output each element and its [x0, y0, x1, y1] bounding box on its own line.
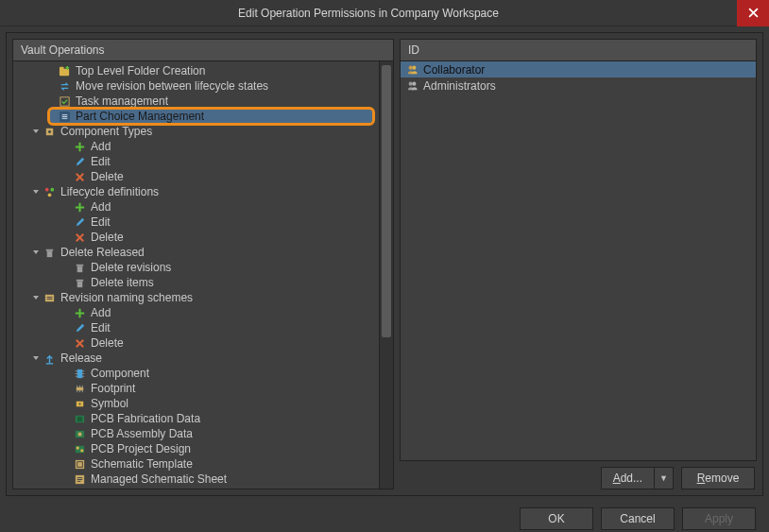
life-icon: [42, 185, 57, 198]
tree-item[interactable]: Edit: [13, 320, 379, 335]
svg-point-8: [47, 193, 51, 197]
expander-spacer: [60, 368, 72, 379]
tree-item-label: Revision naming schemes: [60, 291, 193, 304]
list-item[interactable]: Collaborator: [401, 61, 756, 77]
edit-icon: [72, 321, 87, 335]
tree-item[interactable]: Edit: [13, 154, 379, 169]
del-icon: [72, 336, 87, 350]
left-scrollbar[interactable]: [379, 61, 393, 489]
panels-container: Vault Operations Top Level Folder Creati…: [6, 32, 763, 496]
add-icon: [72, 306, 87, 319]
component-icon: [72, 367, 87, 380]
tree-item[interactable]: Add: [13, 199, 379, 215]
tree-item[interactable]: Delete: [13, 169, 379, 184]
roles-icon: [404, 63, 419, 76]
del-icon: [72, 231, 87, 244]
tree-item[interactable]: Add: [13, 139, 379, 154]
tree-item-label: Schematic Template: [91, 457, 193, 471]
tree-item[interactable]: Managed Schematic Sheet: [13, 472, 379, 487]
tree-item[interactable]: PCB Assembly Data: [13, 426, 379, 441]
tree-item[interactable]: Top Level Folder Creation: [13, 63, 379, 78]
right-panel-header: ID: [400, 39, 757, 60]
tree-item-label: Move revision between lifecycle states: [76, 79, 268, 93]
expander-spacer: [60, 473, 72, 485]
expander-spacer: [45, 80, 57, 92]
remove-button[interactable]: Remove: [681, 467, 755, 489]
list-icon: [57, 110, 72, 123]
footprint-icon: [72, 382, 87, 395]
pcbfab-icon: [72, 412, 87, 425]
svg-point-32: [408, 82, 412, 86]
tree-item-label: Delete: [91, 170, 124, 183]
tree-item[interactable]: PCB Project Design: [13, 441, 379, 456]
id-list[interactable]: CollaboratorAdministrators: [400, 60, 757, 461]
tree-item-label: PCB Assembly Data: [91, 427, 193, 440]
tree-item[interactable]: Edit: [13, 215, 379, 230]
window-title: Edit Operation Permissions in Company Wo…: [0, 7, 737, 20]
tree-item-label: Component Types: [60, 125, 152, 138]
add-button[interactable]: Add... ▼: [601, 467, 674, 489]
tree-item-label: Delete items: [91, 276, 154, 289]
tree-item[interactable]: Delete: [13, 335, 379, 351]
tree-item-label: Lifecycle definitions: [60, 185, 159, 198]
ok-button[interactable]: OK: [520, 507, 593, 530]
del-icon: [72, 170, 87, 183]
pcbproj-icon: [72, 442, 87, 455]
vault-operations-tree[interactable]: Top Level Folder CreationMove revision b…: [13, 61, 379, 489]
folder-plus-icon: [57, 64, 72, 77]
tree-item[interactable]: Lifecycle definitions: [13, 184, 379, 199]
scrollbar-thumb[interactable]: [382, 65, 391, 337]
expander-spacer: [60, 337, 72, 349]
dropdown-arrow-icon[interactable]: ▼: [654, 468, 673, 489]
expander-spacer: [60, 322, 72, 334]
list-item-label: Collaborator: [423, 63, 485, 77]
left-panel: Vault Operations Top Level Folder Creati…: [12, 39, 394, 489]
tree-item-label: Add: [91, 306, 111, 319]
add-button-label: dd...: [621, 472, 642, 485]
expander-spacer: [60, 141, 72, 152]
tree-item[interactable]: Part Choice Management: [13, 109, 379, 124]
tree-item-label: Managed Schematic Sheet: [91, 472, 227, 486]
svg-rect-10: [45, 249, 52, 250]
expander-icon[interactable]: [30, 186, 42, 197]
tree-item[interactable]: Footprint: [13, 381, 379, 396]
trash-icon: [72, 261, 87, 274]
tree-item[interactable]: Delete: [13, 230, 379, 245]
tree-item[interactable]: Delete items: [13, 275, 379, 290]
tree-item[interactable]: Delete Released: [13, 245, 379, 260]
tree-item[interactable]: Symbol: [13, 396, 379, 411]
tree-item-label: Delete: [91, 336, 124, 350]
expander-icon[interactable]: [30, 292, 42, 303]
svg-point-20: [78, 403, 80, 404]
tree-item[interactable]: Release: [13, 351, 379, 366]
tree-item[interactable]: Delete revisions: [13, 260, 379, 275]
tree-item[interactable]: Move revision between lifecycle states: [13, 78, 379, 94]
list-item[interactable]: Administrators: [401, 77, 756, 94]
expander-spacer: [60, 156, 72, 167]
tree-item[interactable]: Add: [13, 305, 379, 320]
cancel-button[interactable]: Cancel: [601, 507, 675, 530]
tree-item[interactable]: Schematic Template: [13, 456, 379, 472]
svg-rect-11: [77, 266, 82, 272]
edit-icon: [72, 155, 87, 168]
tree-item-label: Component: [91, 367, 149, 380]
tree-item[interactable]: Revision naming schemes: [13, 290, 379, 305]
svg-point-33: [412, 82, 416, 86]
expander-spacer: [60, 458, 72, 470]
close-button[interactable]: [737, 0, 769, 26]
expander-icon[interactable]: [30, 247, 42, 258]
tree-item-label: Part Choice Management: [76, 110, 204, 123]
left-panel-header: Vault Operations: [12, 39, 394, 60]
expander-icon[interactable]: [30, 126, 42, 137]
tree-item-label: Footprint: [91, 382, 135, 395]
apply-button[interactable]: Apply: [682, 507, 756, 530]
expander-icon[interactable]: [30, 352, 42, 364]
expander-spacer: [60, 383, 72, 394]
trash-icon: [42, 246, 57, 259]
expander-spacer: [60, 307, 72, 318]
tree-item[interactable]: PCB Fabrication Data: [13, 411, 379, 426]
tree-item[interactable]: Component: [13, 366, 379, 381]
tree-item[interactable]: Component Types: [13, 124, 379, 139]
tree-item-label: Edit: [91, 155, 111, 168]
schtpl-icon: [72, 457, 87, 471]
